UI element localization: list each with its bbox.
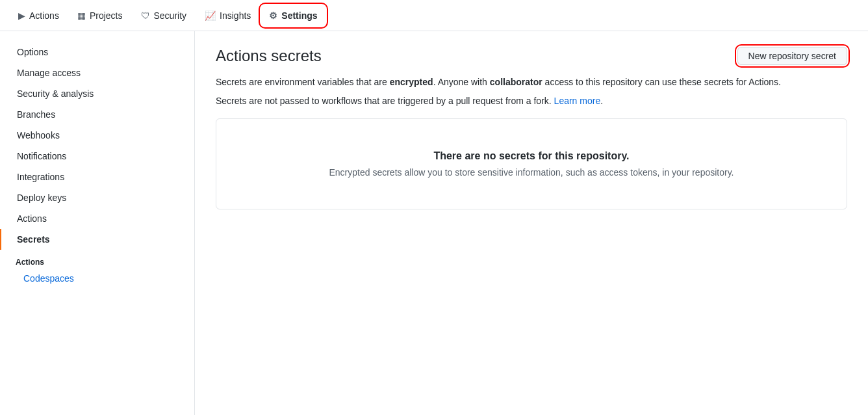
sidebar-item-secrets[interactable]: Secrets bbox=[0, 229, 194, 250]
empty-state-title: There are no secrets for this repository… bbox=[232, 150, 831, 162]
sidebar-item-notifications[interactable]: Notifications bbox=[0, 146, 194, 167]
nav-item-insights[interactable]: 📈 Insights bbox=[197, 5, 259, 26]
nav-label-insights: Insights bbox=[220, 10, 251, 21]
desc-text-3: access to this repository can use these … bbox=[542, 77, 781, 87]
empty-state-box: There are no secrets for this repository… bbox=[216, 118, 847, 209]
page-layout: Options Manage access Security & analysi… bbox=[0, 31, 868, 415]
secrets-section-label: Actions bbox=[0, 250, 194, 269]
sidebar-item-deploy-keys[interactable]: Deploy keys bbox=[0, 187, 194, 208]
learn-more-link[interactable]: Learn more bbox=[554, 96, 601, 106]
insights-icon: 📈 bbox=[205, 10, 216, 21]
content-header: Actions secrets New repository secret bbox=[216, 47, 847, 65]
desc-text-2: . Anyone with bbox=[433, 77, 490, 87]
learn-more-period: . bbox=[600, 96, 603, 106]
empty-state-description: Encrypted secrets allow you to store sen… bbox=[232, 167, 831, 178]
nav-label-security: Security bbox=[154, 10, 187, 21]
desc-encrypted: encrypted bbox=[390, 77, 433, 87]
desc-text-1: Secrets are environment variables that a… bbox=[216, 77, 390, 87]
projects-icon: ▦ bbox=[77, 10, 86, 21]
actions-icon: ▶ bbox=[18, 10, 25, 21]
sidebar-item-webhooks[interactable]: Webhooks bbox=[0, 125, 194, 146]
sidebar-item-options[interactable]: Options bbox=[0, 42, 194, 62]
nav-label-projects: Projects bbox=[90, 10, 123, 21]
nav-item-security[interactable]: 🛡 Security bbox=[133, 5, 195, 26]
security-icon: 🛡 bbox=[141, 10, 150, 21]
sidebar-item-integrations[interactable]: Integrations bbox=[0, 167, 194, 187]
description-line1: Secrets are environment variables that a… bbox=[216, 75, 847, 89]
page-title: Actions secrets bbox=[216, 47, 322, 65]
sidebar-item-manage-access[interactable]: Manage access bbox=[0, 62, 194, 83]
nav-label-actions: Actions bbox=[29, 10, 59, 21]
settings-icon: ⚙ bbox=[269, 10, 277, 21]
sidebar-item-security-analysis[interactable]: Security & analysis bbox=[0, 83, 194, 104]
new-repository-secret-button[interactable]: New repository secret bbox=[737, 47, 847, 65]
main-content: Actions secrets New repository secret Se… bbox=[195, 31, 868, 415]
top-nav: ▶ Actions ▦ Projects 🛡 Security 📈 Insigh… bbox=[0, 0, 868, 31]
sidebar-item-actions[interactable]: Actions bbox=[0, 208, 194, 229]
sidebar: Options Manage access Security & analysi… bbox=[0, 31, 195, 415]
description-line2: Secrets are not passed to workflows that… bbox=[216, 94, 847, 108]
desc-collaborator: collaborator bbox=[490, 77, 542, 87]
nav-item-settings[interactable]: ⚙ Settings bbox=[261, 5, 325, 26]
sidebar-item-branches[interactable]: Branches bbox=[0, 104, 194, 125]
nav-item-actions[interactable]: ▶ Actions bbox=[10, 5, 67, 26]
nav-item-projects[interactable]: ▦ Projects bbox=[70, 5, 131, 26]
sidebar-sub-item-codespaces[interactable]: Codespaces bbox=[0, 269, 194, 288]
nav-label-settings: Settings bbox=[281, 10, 317, 21]
desc-line2-text: Secrets are not passed to workflows that… bbox=[216, 96, 554, 106]
